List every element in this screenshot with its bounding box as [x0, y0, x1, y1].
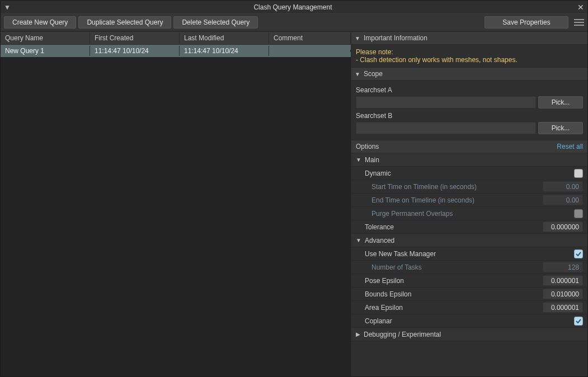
chevron-down-icon: ▼ — [356, 157, 361, 163]
save-properties-button[interactable]: Save Properties — [484, 16, 568, 29]
pick-searchset-b-button[interactable]: Pick... — [538, 122, 583, 134]
dynamic-checkbox[interactable] — [574, 169, 583, 178]
column-header-comment[interactable]: Comment — [269, 32, 351, 44]
tolerance-label: Tolerance — [365, 223, 543, 231]
window-title: Clash Query Management — [13, 3, 573, 11]
section-title: Debugging / Experimental — [364, 331, 441, 338]
start-time-label: Start Time on Timeline (in seconds) — [371, 183, 543, 191]
delete-selected-query-button[interactable]: Delete Selected Query — [173, 16, 258, 29]
cell-modified: 11:14:47 10/10/24 — [180, 46, 269, 56]
chevron-down-icon: ▼ — [355, 71, 360, 77]
chevron-right-icon: ▶ — [356, 331, 360, 337]
dynamic-label: Dynamic — [365, 169, 574, 177]
coplanar-label: Coplanar — [365, 317, 574, 325]
section-scope[interactable]: ▼ Scope — [351, 67, 587, 81]
section-main[interactable]: ▼ Main — [351, 153, 587, 167]
bounds-eps-label: Bounds Epsilon — [365, 290, 543, 298]
section-title: Scope — [364, 70, 383, 78]
section-title: Important Information — [364, 34, 427, 42]
new-task-mgr-checkbox[interactable] — [574, 249, 583, 258]
searchset-b-input[interactable] — [356, 122, 536, 134]
section-title: Advanced — [365, 237, 394, 244]
pose-eps-input[interactable] — [543, 275, 583, 286]
bounds-eps-input[interactable] — [543, 289, 583, 299]
num-tasks-input[interactable] — [543, 262, 583, 272]
note-title: Please note: — [356, 48, 583, 56]
num-tasks-label: Number of Tasks — [371, 263, 543, 271]
section-title: Main — [365, 156, 379, 164]
section-advanced[interactable]: ▼ Advanced — [351, 234, 587, 247]
purge-checkbox[interactable] — [574, 209, 583, 218]
cell-created: 11:14:47 10/10/24 — [90, 46, 180, 56]
pose-eps-label: Pose Epsilon — [365, 277, 543, 285]
column-header-modified[interactable]: Last Modified — [180, 32, 269, 44]
options-label: Options — [356, 143, 379, 150]
new-task-mgr-label: Use New Task Manager — [365, 250, 574, 258]
cell-name: New Query 1 — [1, 46, 90, 56]
area-eps-label: Area Epsilon — [365, 304, 543, 312]
cell-comment — [269, 50, 351, 52]
section-debugging[interactable]: ▶ Debugging / Experimental — [351, 328, 587, 341]
column-header-name[interactable]: Query Name — [1, 32, 90, 44]
create-new-query-button[interactable]: Create New Query — [4, 16, 76, 29]
chevron-down-icon: ▼ — [356, 237, 361, 243]
close-icon[interactable]: ✕ — [573, 3, 584, 12]
tolerance-input[interactable] — [543, 222, 583, 232]
note-body: - Clash detection only works with meshes… — [356, 56, 583, 64]
area-eps-input[interactable] — [543, 302, 583, 313]
table-row[interactable]: New Query 1 11:14:47 10/10/24 11:14:47 1… — [1, 45, 351, 57]
purge-label: Purge Permanent Overlaps — [371, 210, 574, 218]
reset-all-link[interactable]: Reset all — [557, 143, 583, 150]
searchset-a-input[interactable] — [356, 96, 536, 109]
duplicate-selected-query-button[interactable]: Duplicate Selected Query — [78, 16, 171, 29]
searchset-b-label: Searchset B — [356, 112, 583, 120]
end-time-input[interactable] — [543, 195, 583, 205]
coplanar-checkbox[interactable] — [574, 317, 583, 326]
section-important-information[interactable]: ▼ Important Information — [351, 31, 587, 45]
start-time-input[interactable] — [543, 181, 583, 192]
titlebar-collapse-icon[interactable]: ▼ — [4, 3, 11, 11]
searchset-a-label: Searchset A — [356, 86, 583, 94]
chevron-down-icon: ▼ — [355, 35, 360, 41]
end-time-label: End Time on Timeline (in seconds) — [371, 196, 543, 204]
pick-searchset-a-button[interactable]: Pick... — [538, 96, 583, 109]
hamburger-menu-icon[interactable] — [574, 17, 584, 27]
column-header-created[interactable]: First Created — [90, 32, 180, 44]
